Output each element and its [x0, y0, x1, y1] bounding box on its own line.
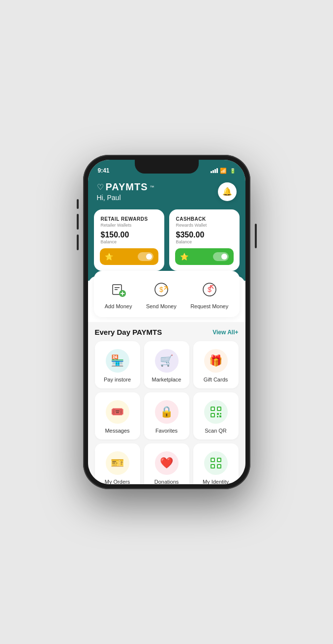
scan-qr-icon-circle [204, 400, 228, 424]
send-money-action[interactable]: $ Send Money [146, 279, 177, 309]
ticket-icon: 🎟️ [111, 406, 124, 418]
card-2-subtitle: Rewards Wallet [176, 223, 233, 228]
card-2-balance-label: Balance [176, 239, 233, 244]
send-money-icon: $ [151, 279, 172, 300]
card-2-balance: $350.00 [176, 231, 233, 239]
svg-rect-15 [217, 413, 219, 415]
scroll-content[interactable]: RETAIL REWARDS Retailer Wallets $150.00 … [88, 209, 245, 484]
add-money-label: Add Money [105, 303, 132, 309]
quick-actions-bar: Add Money $ Send Money [94, 271, 240, 317]
heart-lock-icon: 🔒 [160, 406, 173, 418]
request-money-icon: $ [199, 279, 220, 300]
store-icon: 🏪 [111, 354, 124, 367]
everyday-paymts-section: Every Day PAYMTS View All+ 🏪 Pay instore [88, 322, 245, 484]
section-header: Every Day PAYMTS View All+ [95, 322, 239, 341]
card-2-toggle[interactable] [213, 252, 229, 261]
grid-item-marketplace[interactable]: 🛒 Marketplace [144, 341, 189, 388]
card-1-subtitle: Retailer Wallets [101, 223, 157, 228]
messages-icon-circle: 🎟️ [106, 400, 129, 424]
bell-icon: 🔔 [222, 187, 232, 196]
heart-icon: ♡ [97, 182, 104, 192]
status-time: 9:41 [98, 167, 110, 174]
add-money-action[interactable]: Add Money [105, 279, 132, 309]
star-icon-1: ⭐ [105, 253, 113, 261]
grid-item-donations[interactable]: ❤️ Donations [144, 443, 189, 484]
retail-rewards-card[interactable]: RETAIL REWARDS Retailer Wallets $150.00 … [94, 209, 164, 271]
svg-text:$: $ [208, 286, 212, 293]
side-btn-vol-up [77, 214, 79, 230]
side-btn-vol-down [77, 234, 79, 250]
card-1-balance: $150.00 [101, 231, 157, 239]
paymts-grid: 🏪 Pay instore 🛒 Marketplace [95, 341, 239, 484]
signal-icon [211, 168, 218, 173]
card-1-toggle[interactable] [138, 252, 153, 261]
svg-rect-19 [212, 408, 214, 410]
card-1-title: RETAIL REWARDS [101, 216, 157, 222]
star-icon-2: ⭐ [180, 253, 188, 261]
app-header: ♡ PAYMTS ™ Hi, Paul 🔔 [88, 177, 245, 209]
gift-cards-label: Gift Cards [204, 377, 228, 382]
svg-rect-17 [217, 416, 218, 417]
card-1-footer: ⭐ [100, 248, 158, 265]
grid-item-scan-qr[interactable]: Scan QR [193, 392, 239, 439]
marketplace-icon-circle: 🛒 [155, 349, 179, 373]
pay-instore-label: Pay instore [104, 377, 131, 382]
card-1-balance-label: Balance [101, 239, 157, 244]
main-content: Add Money $ Send Money [88, 276, 245, 484]
donations-icon: ❤️ [160, 457, 173, 469]
grid-item-pay-instore[interactable]: 🏪 Pay instore [95, 341, 140, 388]
svg-rect-20 [218, 408, 220, 410]
notch [135, 160, 199, 174]
notification-bell-button[interactable]: 🔔 [218, 182, 237, 201]
grid-item-gift-cards[interactable]: 🎁 Gift Cards [193, 341, 239, 388]
grid-item-my-identity[interactable]: My Identity [193, 443, 239, 484]
svg-rect-28 [212, 465, 214, 468]
svg-line-8 [164, 287, 167, 290]
view-all-button[interactable]: View All+ [212, 329, 238, 336]
greeting-text: Hi, Paul [97, 194, 154, 202]
grid-item-messages[interactable]: 🎟️ Messages [95, 392, 140, 439]
card-2-footer: ⭐ [175, 248, 234, 265]
svg-rect-18 [219, 415, 221, 417]
favorites-icon-circle: 🔒 [155, 400, 179, 424]
my-identity-icon-circle [204, 451, 228, 475]
status-icons: 📶 🔋 [211, 168, 236, 174]
pay-instore-icon-circle: 🏪 [106, 349, 129, 373]
phone-screen: 9:41 📶 🔋 ♡ PAYMTS ™ Hi, Pau [88, 160, 245, 484]
qr-icon [210, 406, 222, 418]
svg-rect-16 [220, 413, 221, 414]
svg-rect-29 [218, 465, 220, 468]
grid-item-my-orders[interactable]: 🎫 My Orders [95, 443, 140, 484]
request-money-label: Request Money [190, 303, 228, 309]
svg-text:$: $ [159, 286, 163, 293]
wifi-icon: 📶 [220, 168, 227, 174]
messages-label: Messages [105, 428, 129, 434]
svg-rect-21 [212, 414, 214, 416]
cashback-card[interactable]: CASHBACK Rewards Wallet $350.00 Balance … [169, 209, 240, 271]
wallet-cards-section: RETAIL REWARDS Retailer Wallets $150.00 … [88, 209, 245, 281]
my-identity-label: My Identity [203, 479, 229, 484]
cart-icon: 🛒 [160, 354, 173, 367]
donations-icon-circle: ❤️ [155, 451, 179, 475]
send-money-label: Send Money [146, 303, 177, 309]
request-money-action[interactable]: $ Request Money [190, 279, 228, 309]
logo-area: ♡ PAYMTS ™ Hi, Paul [97, 181, 154, 202]
orders-icon: 🎫 [111, 457, 124, 469]
phone-frame: 9:41 📶 🔋 ♡ PAYMTS ™ Hi, Pau [83, 155, 250, 489]
section-title: Every Day PAYMTS [95, 328, 162, 336]
svg-rect-27 [218, 459, 220, 461]
grid-item-favorites[interactable]: 🔒 Favorites [144, 392, 189, 439]
logo-row: ♡ PAYMTS ™ [97, 181, 154, 193]
side-btn-silent [77, 199, 79, 209]
card-2-title: CASHBACK [176, 216, 233, 222]
battery-icon: 🔋 [230, 168, 236, 174]
identity-icon [210, 457, 222, 469]
trademark-symbol: ™ [150, 185, 154, 190]
svg-rect-26 [212, 459, 214, 461]
logo-text: PAYMTS [106, 181, 148, 193]
my-orders-icon-circle: 🎫 [106, 451, 129, 475]
marketplace-label: Marketplace [152, 377, 182, 382]
donations-label: Donations [154, 479, 179, 484]
my-orders-label: My Orders [105, 479, 130, 484]
side-btn-power [255, 224, 257, 248]
